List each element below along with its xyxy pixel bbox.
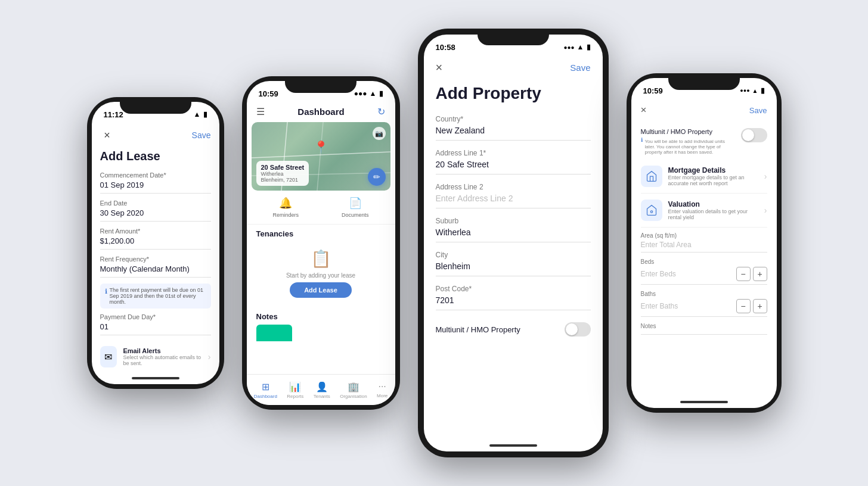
refresh-icon[interactable]: ↻ (377, 106, 385, 117)
field-value-freq[interactable]: Monthly (Calendar Month) (100, 264, 211, 278)
documents-action[interactable]: 📄 Documents (342, 197, 369, 218)
phone-add-lease: 11:12 ▲ ▮ × Save Add Lease Commencement … (87, 97, 224, 389)
field-value-suburb[interactable]: Witherlea (436, 228, 591, 242)
field-row-notes (641, 331, 767, 335)
wifi-icon-1: ▲ (194, 110, 201, 119)
field-value-due[interactable]: 01 (100, 322, 211, 335)
field-label-notes: Notes (641, 323, 767, 329)
field-value-end-date[interactable]: 30 Sep 2020 (100, 208, 211, 222)
signal-icon-3: ●●● (563, 44, 574, 51)
field-label-address1: Address Line 1* (436, 149, 591, 157)
phone-notch-1 (120, 97, 191, 114)
field-placeholder-baths[interactable]: Enter Baths (641, 302, 736, 310)
nav-dashboard[interactable]: ⊞ Dashboard (254, 381, 277, 399)
baths-increment-button[interactable]: + (753, 299, 767, 313)
multiunit-info-text: You will be able to add individual units… (645, 139, 728, 155)
beds-decrement-button[interactable]: − (736, 267, 751, 281)
map-address: 20 Safe Street (261, 164, 305, 171)
field-city: City Blenheim (436, 251, 591, 276)
multiunit-info-block: Multiunit / HMO Property ℹ You will be a… (641, 128, 728, 155)
map-location: Witherlea Blenheim, 7201 (261, 171, 305, 183)
field-label-postcode: Post Code* (436, 285, 591, 293)
time-3: 10:58 (436, 43, 455, 52)
valuation-text: Valuation Enter valuation details to get… (668, 200, 752, 220)
phone-add-property: 10:58 ●●● ▲ ▮ × Save Add Property Countr… (418, 29, 609, 457)
valuation-row[interactable]: Valuation Enter valuation details to get… (641, 194, 767, 228)
header-row-1: × Save (100, 123, 211, 149)
dashboard-title: Dashboard (297, 107, 344, 117)
valuation-title: Valuation (668, 200, 752, 208)
add-property-content: Add Property Country* New Zealand Addres… (424, 84, 603, 340)
multiunit-toggle-row: Multiunit / HMO Property (436, 319, 591, 340)
signal-icon-4: ●●● (740, 88, 749, 94)
nav-tenants[interactable]: 👤 Tenants (314, 381, 330, 399)
reminders-action[interactable]: 🔔 Reminders (272, 197, 299, 218)
field-value-postcode[interactable]: 7201 (436, 295, 591, 310)
property-map[interactable]: 📍 📷 20 Safe Street Witherlea Blenheim, 7… (252, 122, 390, 191)
map-address-card: 20 Safe Street Witherlea Blenheim, 7201 (256, 161, 309, 186)
close-button-1[interactable]: × (100, 128, 114, 142)
reminders-icon: 🔔 (279, 197, 292, 210)
status-icons-3: ●●● ▲ ▮ (563, 43, 590, 51)
valuation-subtitle: Enter valuation details to get your rent… (668, 208, 752, 220)
field-label-city: City (436, 251, 591, 259)
battery-icon-3: ▮ (587, 43, 591, 51)
notes-title: Notes (256, 307, 386, 325)
beds-increment-button[interactable]: + (753, 267, 767, 281)
save-button-1[interactable]: Save (192, 130, 211, 140)
field-label-area: Area (sq ft/m) (641, 232, 767, 239)
documents-label: Documents (342, 212, 369, 218)
nav-more[interactable]: ··· More (377, 381, 388, 398)
nav-tenants-icon: 👤 (316, 381, 328, 392)
quick-actions: 🔔 Reminders 📄 Documents (247, 191, 395, 225)
multiunit-toggle[interactable] (565, 322, 591, 337)
field-value-commencement[interactable]: 01 Sep 2019 (100, 180, 211, 194)
email-alerts-row[interactable]: ✉ Email Alerts Select which automatic em… (100, 341, 211, 372)
menu-icon[interactable]: ☰ (256, 106, 265, 117)
save-button-4[interactable]: Save (749, 106, 767, 115)
battery-icon-1: ▮ (203, 110, 207, 119)
status-icons-4: ●●● ▲ ▮ (740, 86, 764, 95)
nav-reports[interactable]: 📊 Reports (287, 381, 303, 399)
field-placeholder-beds[interactable]: Enter Beds (641, 270, 736, 278)
email-alerts-text: Email Alerts Select which automatic emai… (123, 347, 202, 366)
wifi-icon-4: ▲ (752, 88, 758, 94)
field-label-commencement: Commencement Date* (100, 172, 211, 179)
multiunit-toggle-4[interactable] (741, 128, 767, 142)
tenancies-title: Tenancies (247, 225, 395, 242)
field-area: Area (sq ft/m) Enter Total Area (641, 232, 767, 253)
page-title-1: Add Lease (100, 149, 211, 163)
close-button-3[interactable]: × (436, 61, 443, 74)
add-lease-button[interactable]: Add Lease (290, 282, 352, 298)
field-row-area: Enter Total Area (641, 241, 767, 253)
phone-notch-2 (285, 76, 356, 93)
camera-button[interactable]: 📷 (373, 127, 386, 140)
valuation-icon (641, 200, 662, 221)
info-box-payment: ℹ The first rent payment will be due on … (100, 284, 211, 309)
nav-organisation[interactable]: 🏢 Organisation (340, 381, 367, 399)
tenancies-empty-text: Start by adding your lease (286, 272, 355, 279)
field-row-beds: Enter Beds − + (641, 267, 767, 285)
field-rent-frequency: Rent Frequency* Monthly (Calendar Month) (100, 256, 211, 278)
field-placeholder-address2[interactable]: Enter Address Line 2 (436, 194, 591, 208)
field-value-rent[interactable]: $1,200.00 (100, 236, 211, 250)
beds-stepper: − + (736, 267, 767, 281)
field-baths: Baths Enter Baths − + (641, 291, 767, 317)
battery-icon-4: ▮ (761, 86, 765, 95)
mortgage-details-row[interactable]: Mortgage Details Enter mortgage details … (641, 160, 767, 194)
field-value-country[interactable]: New Zealand (436, 126, 591, 141)
field-placeholder-area[interactable]: Enter Total Area (641, 241, 767, 249)
field-label-suburb: Suburb (436, 217, 591, 225)
field-value-city[interactable]: Blenheim (436, 261, 591, 276)
close-button-4[interactable]: × (641, 104, 647, 116)
info-icon: ℹ (105, 288, 107, 295)
baths-decrement-button[interactable]: − (736, 299, 751, 313)
save-button-3[interactable]: Save (570, 63, 590, 73)
field-value-address1[interactable]: 20 Safe Street (436, 160, 591, 175)
battery-icon-2: ▮ (379, 89, 383, 98)
field-payment-due: Payment Due Day* 01 (100, 313, 211, 335)
notes-section: Notes (247, 305, 395, 344)
edit-fab[interactable]: ✏ (368, 168, 386, 186)
email-icon: ✉ (104, 351, 112, 363)
time-1: 11:12 (104, 110, 123, 119)
